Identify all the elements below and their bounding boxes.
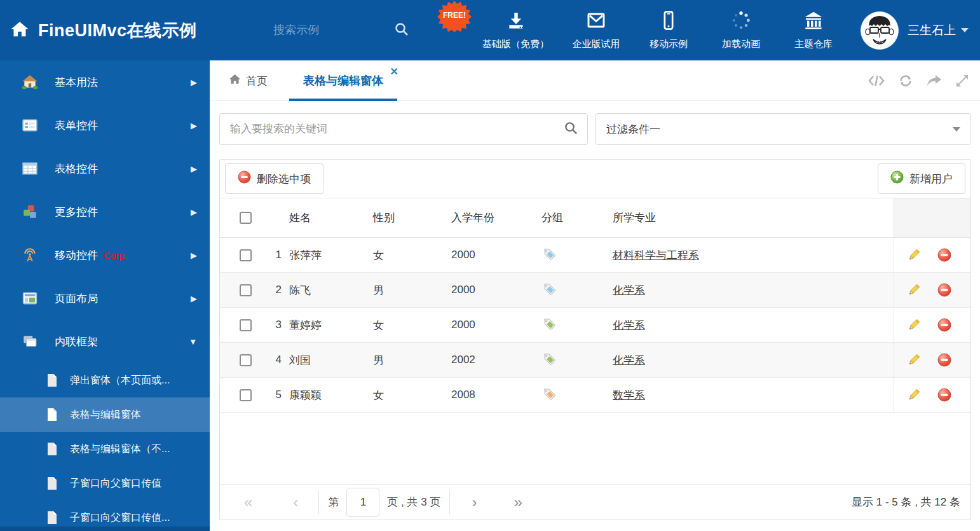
sidebar-subitem-popup-window[interactable]: 弹出窗体（本页面或... [0, 363, 210, 397]
header-search-input[interactable] [273, 24, 369, 37]
table-row: 1 张萍萍 女 2000 材料科学与工程系 [220, 238, 970, 273]
chevron-right-icon: ▶ [191, 294, 197, 303]
select-all-checkbox[interactable] [240, 212, 252, 224]
sidebar-item-inline-frame[interactable]: 内联框架 ▼ [0, 320, 210, 363]
user-menu[interactable]: 三生石上 [861, 0, 969, 60]
tab-label: 表格与编辑窗体 [303, 73, 383, 88]
sidebar-subitem-grid-edit-window-2[interactable]: 表格与编辑窗体（不... [0, 432, 210, 466]
row-checkbox[interactable] [240, 389, 252, 401]
sidebar-item-more-controls[interactable]: 更多控件 ▶ [0, 190, 210, 233]
tab-home[interactable]: 首页 [229, 60, 268, 101]
keyword-search-input[interactable] [230, 123, 564, 135]
grid-toolbar: 删除选中项 新增用户 [220, 160, 970, 198]
search-icon[interactable] [394, 22, 409, 39]
chevron-right-icon: ▶ [191, 207, 197, 217]
sidebar-subitem-label: 弹出窗体（本页面或... [70, 374, 170, 387]
tag-icon [541, 352, 555, 369]
table-icon [22, 160, 38, 177]
sidebar-item-page-layout[interactable]: 页面布局 ▶ [0, 277, 210, 320]
column-header-year[interactable]: 入学年份 [446, 210, 534, 225]
sidebar-item-label: 表格控件 [55, 162, 98, 176]
page-icon [46, 408, 58, 422]
major-link[interactable]: 材料科学与工程系 [613, 249, 699, 261]
major-link[interactable]: 化学系 [613, 319, 645, 331]
major-link[interactable]: 化学系 [613, 284, 645, 296]
column-header-major[interactable]: 所学专业 [609, 210, 894, 225]
edit-icon[interactable] [907, 318, 921, 332]
sidebar-subitem-label: 子窗口向父窗口传值 [70, 477, 161, 490]
next-page-button[interactable]: › [469, 495, 479, 510]
column-header-gender[interactable]: 性别 [369, 210, 446, 225]
avatar[interactable] [861, 11, 899, 50]
cell-gender: 女 [369, 248, 446, 263]
major-link[interactable]: 化学系 [613, 354, 645, 366]
cell-group [534, 352, 609, 369]
major-link[interactable]: 数学系 [613, 389, 645, 401]
refresh-icon[interactable] [899, 74, 913, 88]
row-checkbox[interactable] [240, 284, 252, 296]
sidebar-subitem-label: 表格与编辑窗体 [70, 408, 141, 422]
search-icon[interactable] [564, 121, 578, 138]
delete-selected-button[interactable]: 删除选中项 [225, 163, 323, 194]
brand[interactable]: FineUIMvc在线示例 [10, 0, 197, 60]
source-code-icon[interactable] [868, 74, 885, 87]
sidebar-subitem-grid-edit-window[interactable]: 表格与编辑窗体 [0, 397, 210, 432]
nav-theme-repo[interactable]: 主题仓库 [788, 10, 839, 50]
sidebar-item-label: 表单控件 [55, 118, 98, 133]
cell-name: 刘国 [287, 353, 369, 368]
nav-enterprise-trial[interactable]: 企业版试用 [571, 10, 622, 50]
edit-icon[interactable] [907, 283, 921, 297]
form-icon [22, 117, 38, 134]
last-page-button[interactable]: » [511, 495, 524, 510]
sidebar-subitem-child-to-parent[interactable]: 子窗口向父窗口传值 [0, 466, 210, 500]
prev-page-button[interactable]: ‹ [290, 495, 301, 510]
filter-row: 过滤条件一 [219, 113, 971, 145]
cell-gender: 女 [369, 318, 446, 333]
sidebar-item-label: 页面布局 [55, 291, 98, 306]
row-checkbox[interactable] [240, 249, 252, 261]
nav-mobile-demo[interactable]: 移动示例 [643, 10, 694, 50]
delete-icon[interactable] [937, 353, 951, 367]
header-nav: 基础版（免费） 企业版试用 移动示例 加载动画 [482, 0, 839, 60]
nav-loading-animation[interactable]: 加载动画 [716, 10, 766, 50]
cell-gender: 男 [369, 283, 446, 298]
column-header-name[interactable]: 姓名 [287, 210, 369, 225]
row-checkbox[interactable] [240, 319, 252, 331]
column-header-group[interactable]: 分组 [534, 210, 609, 225]
first-page-button[interactable]: « [242, 495, 255, 510]
sidebar-item-form-controls[interactable]: 表单控件 ▶ [0, 104, 210, 147]
grid-header-row: 姓名 性别 入学年份 分组 所学专业 [220, 198, 970, 238]
delete-icon[interactable] [937, 248, 951, 262]
row-index: 1 [252, 249, 287, 261]
corp-badge: Corp. [104, 250, 127, 261]
expand-icon[interactable] [956, 74, 969, 87]
sidebar-item-mobile-controls[interactable]: 移动控件 Corp. ▶ [0, 233, 210, 277]
delete-icon[interactable] [937, 318, 951, 332]
share-icon[interactable] [927, 74, 942, 87]
record-count-info: 显示 1 - 5 条 , 共 12 条 [852, 495, 970, 509]
pagination-bar: « ‹ 第 页 , 共 3 页 › » 显示 1 - 5 条 , 共 12 条 [220, 484, 970, 520]
close-icon[interactable]: ✕ [390, 67, 398, 77]
tab-label: 首页 [246, 74, 268, 88]
add-user-button[interactable]: 新增用户 [878, 163, 965, 194]
row-checkbox[interactable] [240, 354, 252, 366]
cell-year: 2002 [446, 354, 534, 366]
edit-icon[interactable] [907, 353, 921, 367]
page-icon [46, 476, 58, 490]
sidebar-item-grid-controls[interactable]: 表格控件 ▶ [0, 147, 210, 190]
cell-group [534, 387, 609, 404]
nav-basic-edition[interactable]: 基础版（免费） [482, 10, 549, 50]
filter-condition-select[interactable]: 过滤条件一 [595, 113, 971, 145]
user-name: 三生石上 [908, 22, 956, 39]
delete-icon[interactable] [937, 283, 951, 297]
app-title: FineUIMvc在线示例 [38, 19, 197, 42]
filter-condition-value: 过滤条件一 [606, 122, 660, 137]
sidebar-item-basic-usage[interactable]: 基本用法 ▶ [0, 60, 210, 104]
tab-grid-edit-window[interactable]: 表格与编辑窗体 ✕ [289, 60, 397, 101]
page-icon [46, 511, 58, 525]
cell-name: 董婷婷 [287, 318, 369, 333]
edit-icon[interactable] [907, 248, 921, 262]
page-number-input[interactable] [346, 488, 379, 517]
edit-icon[interactable] [907, 388, 921, 402]
delete-icon[interactable] [937, 388, 951, 402]
